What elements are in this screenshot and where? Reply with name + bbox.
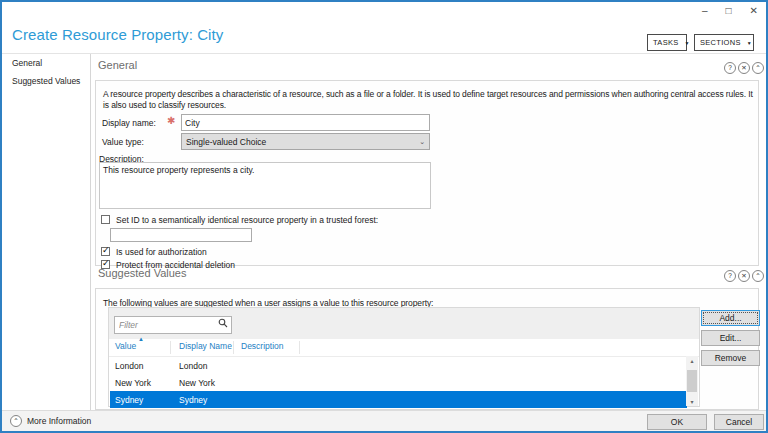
section-collapse-icon[interactable]: ⌃ (752, 270, 764, 282)
column-divider (170, 341, 171, 354)
scroll-down-icon[interactable]: ▾ (686, 398, 698, 405)
tasks-button[interactable]: TASKS ▼ (647, 34, 687, 51)
value-type-dropdown[interactable]: Single-valued Choice ⌄ (181, 133, 430, 150)
sidebar-divider (90, 54, 91, 410)
table-scrollbar[interactable]: ▴ ▾ (686, 356, 698, 406)
description-textarea[interactable]: This resource property represents a city… (99, 162, 431, 209)
remove-button[interactable]: Remove (701, 350, 760, 366)
checkmark-icon: ✓ (102, 245, 110, 255)
header-divider (2, 53, 768, 54)
help-icon[interactable]: ? (724, 270, 736, 282)
sidebar-item-suggested-values[interactable]: Suggested Values (12, 76, 80, 86)
general-section-panel: A resource property describes a characte… (95, 80, 759, 266)
scrollbar-thumb[interactable] (687, 370, 697, 392)
footer-bar: ⌃ More Information OK Cancel (2, 410, 768, 432)
cell-display-name: Sydney (179, 395, 207, 405)
add-button[interactable]: Add... (701, 310, 760, 326)
dropdown-arrow-icon: ▼ (747, 40, 752, 46)
cell-value: London (115, 361, 143, 371)
authorization-checkbox-label: Is used for authorization (116, 247, 207, 257)
display-name-input[interactable] (181, 114, 430, 131)
chevron-down-icon: ⌄ (419, 138, 425, 146)
suggested-values-section-title: Suggested Values (98, 267, 186, 279)
general-section-title: General (98, 59, 137, 71)
table-row[interactable]: London London (110, 357, 687, 374)
dropdown-arrow-icon: ▼ (685, 40, 690, 46)
more-info-chevron-icon: ⌃ (10, 415, 22, 427)
column-divider (299, 341, 300, 354)
general-intro-text: A resource property describes a characte… (103, 89, 753, 111)
window-controls: – □ ✕ (702, 4, 758, 18)
column-divider (233, 341, 234, 354)
maximize-icon[interactable]: □ (726, 4, 732, 18)
page-title: Create Resource Property: City (12, 26, 223, 43)
section-collapse-icon[interactable]: ⌃ (752, 62, 764, 74)
table-row-selected[interactable]: Sydney Sydney (110, 391, 687, 408)
more-information-label: More Information (27, 416, 91, 426)
authorization-checkbox[interactable]: ✓ (101, 247, 110, 256)
suggested-values-list: Value ▲ Display Name Description London … (108, 307, 700, 407)
set-id-checkbox-label: Set ID to a semantically identical resou… (116, 215, 378, 225)
set-id-input[interactable] (110, 228, 252, 242)
suggested-values-section-icons: ? ✕ ⌃ (724, 270, 764, 282)
display-name-label: Display name: (102, 118, 156, 128)
more-information-expander[interactable]: ⌃ More Information (10, 415, 91, 427)
section-close-icon[interactable]: ✕ (738, 270, 750, 282)
cell-display-name: London (179, 361, 207, 371)
column-header-description[interactable]: Description (241, 341, 284, 351)
cancel-button[interactable]: Cancel (714, 414, 764, 430)
sidebar-item-general[interactable]: General (12, 58, 42, 68)
suggested-values-panel: The following values are suggested when … (95, 288, 759, 410)
edit-button[interactable]: Edit... (701, 330, 760, 346)
cell-value: Sydney (115, 395, 143, 405)
create-resource-property-dialog: – □ ✕ Create Resource Property: City TAS… (0, 0, 768, 433)
section-close-icon[interactable]: ✕ (738, 62, 750, 74)
general-section-icons: ? ✕ ⌃ (724, 62, 764, 74)
value-type-selected: Single-valued Choice (186, 137, 266, 147)
help-icon[interactable]: ? (724, 62, 736, 74)
column-header-display-name[interactable]: Display Name (179, 341, 232, 351)
sections-button-label: SECTIONS (700, 38, 741, 47)
cell-display-name: New York (179, 378, 215, 388)
ok-button[interactable]: OK (647, 414, 707, 430)
close-icon[interactable]: ✕ (750, 4, 758, 18)
set-id-checkbox[interactable] (101, 215, 110, 224)
filter-field (114, 314, 232, 332)
minimize-icon[interactable]: – (702, 4, 708, 18)
search-icon (218, 318, 228, 328)
table-row[interactable]: New York New York (110, 374, 687, 391)
sort-ascending-icon: ▲ (138, 336, 144, 342)
sections-button[interactable]: SECTIONS ▼ (694, 34, 754, 51)
tasks-button-label: TASKS (653, 38, 679, 47)
cell-value: New York (115, 378, 151, 388)
scroll-up-icon[interactable]: ▴ (686, 357, 698, 364)
required-asterisk-icon: ✱ (167, 115, 175, 126)
filter-input[interactable] (114, 316, 232, 334)
column-header-value[interactable]: Value (115, 341, 136, 351)
value-type-label: Value type: (102, 137, 144, 147)
